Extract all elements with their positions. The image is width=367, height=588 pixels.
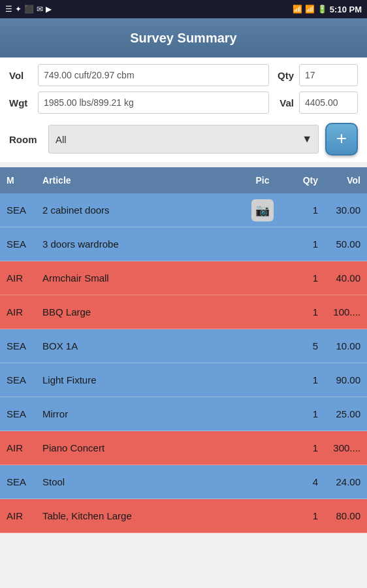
room-select-wrapper[interactable]: All Living Room Bedroom Kitchen Bathroom… xyxy=(48,125,319,154)
cell-qty: 1 xyxy=(285,306,318,318)
qty-input[interactable] xyxy=(299,64,358,86)
cell-type: SEA xyxy=(7,476,42,487)
cell-qty: 1 xyxy=(285,408,318,419)
play-icon: ▶ xyxy=(46,5,52,14)
cell-vol: 50.00 xyxy=(318,238,360,250)
email-icon: ✉ xyxy=(37,5,43,14)
cell-type: AIR xyxy=(7,272,42,284)
signal-icon: 📶 xyxy=(305,5,315,14)
menu-icon: ☰ xyxy=(5,5,12,14)
cell-article: Mirror xyxy=(42,408,240,419)
page-title: Survey Summary xyxy=(130,31,236,46)
cell-type: SEA xyxy=(7,374,42,385)
table-row[interactable]: AIRBBQ Large1100.... xyxy=(0,295,367,329)
cell-article: BOX 1A xyxy=(42,340,240,351)
wgt-row: Wgt Val xyxy=(9,91,358,114)
table-row[interactable]: AIRTable, Kitchen Large180.00 xyxy=(0,499,367,533)
cell-type: SEA xyxy=(7,340,42,351)
time-display: 5:10 PM xyxy=(330,5,362,14)
status-icons: ☰ ✦ ⬛ ✉ ▶ xyxy=(5,5,52,14)
cell-article: 3 doors wardrobe xyxy=(42,238,240,250)
image-icon: ⬛ xyxy=(24,5,34,14)
app-header: Survey Summary xyxy=(0,18,367,57)
cell-qty: 1 xyxy=(285,238,318,250)
cell-type: SEA xyxy=(7,204,42,216)
table-row[interactable]: AIRArmchair Small140.00 xyxy=(0,261,367,295)
vol-row: Vol Qty xyxy=(9,64,358,86)
table-row[interactable]: SEALight Fixture190.00 xyxy=(0,363,367,397)
table-row[interactable]: SEAMirror125.00 xyxy=(0,397,367,431)
room-label: Room xyxy=(9,134,42,145)
table-row[interactable]: SEA3 doors wardrobe150.00 xyxy=(0,227,367,261)
table-header: M Article Pic Qty Vol xyxy=(0,167,367,193)
wifi-icon: 📶 xyxy=(293,5,302,14)
cell-vol: 300.... xyxy=(318,442,360,453)
status-bar: ☰ ✦ ⬛ ✉ ▶ 📶 📶 🔋 5:10 PM xyxy=(0,0,367,18)
camera-icon: 📷 xyxy=(251,199,274,221)
cell-type: AIR xyxy=(7,510,42,521)
cell-type: SEA xyxy=(7,408,42,419)
cell-article: BBQ Large xyxy=(42,306,240,318)
cell-article: 2 cabinet doors xyxy=(42,204,240,216)
cell-vol: 100.... xyxy=(318,306,360,318)
header-qty: Qty xyxy=(285,175,318,186)
cell-vol: 90.00 xyxy=(318,374,360,385)
qty-label: Qty xyxy=(274,70,294,81)
cell-qty: 1 xyxy=(285,442,318,453)
summary-section: Vol Qty Wgt Val xyxy=(0,57,367,123)
cell-pic: 📷 xyxy=(240,199,285,221)
add-icon: + xyxy=(336,129,347,148)
table-row[interactable]: SEAStool424.00 xyxy=(0,465,367,499)
header-m: M xyxy=(7,175,42,186)
cell-qty: 1 xyxy=(285,374,318,385)
room-select[interactable]: All Living Room Bedroom Kitchen Bathroom… xyxy=(48,125,319,154)
battery-icon: 🔋 xyxy=(317,5,327,14)
cell-type: AIR xyxy=(7,306,42,318)
header-article: Article xyxy=(42,175,240,186)
val-input[interactable] xyxy=(299,91,358,114)
table-row[interactable]: AIRPiano Concert1300.... xyxy=(0,431,367,465)
status-right: 📶 📶 🔋 5:10 PM xyxy=(293,5,362,14)
table-body: SEA2 cabinet doors📷130.00SEA3 doors ward… xyxy=(0,193,367,533)
cell-type: SEA xyxy=(7,238,42,250)
cell-vol: 40.00 xyxy=(318,272,360,284)
cell-qty: 1 xyxy=(285,510,318,521)
vol-input[interactable] xyxy=(38,64,269,86)
cell-vol: 25.00 xyxy=(318,408,360,419)
add-item-button[interactable]: + xyxy=(325,123,358,155)
wgt-label: Wgt xyxy=(9,97,33,108)
vol-label: Vol xyxy=(9,70,33,81)
cell-qty: 1 xyxy=(285,272,318,284)
table-row[interactable]: SEABOX 1A510.00 xyxy=(0,329,367,363)
header-pic: Pic xyxy=(240,175,285,186)
cell-article: Armchair Small xyxy=(42,272,240,284)
cell-qty: 5 xyxy=(285,340,318,351)
cell-article: Table, Kitchen Large xyxy=(42,510,240,521)
cell-qty: 4 xyxy=(285,476,318,487)
cell-article: Light Fixture xyxy=(42,374,240,385)
val-label: Val xyxy=(274,97,294,108)
cell-vol: 10.00 xyxy=(318,340,360,351)
cell-type: AIR xyxy=(7,442,42,453)
dropbox-icon: ✦ xyxy=(15,5,22,14)
cell-article: Piano Concert xyxy=(42,442,240,453)
cell-vol: 24.00 xyxy=(318,476,360,487)
cell-article: Stool xyxy=(42,476,240,487)
room-row: Room All Living Room Bedroom Kitchen Bat… xyxy=(0,123,367,162)
wgt-input[interactable] xyxy=(38,91,269,114)
header-vol: Vol xyxy=(318,175,360,186)
cell-vol: 30.00 xyxy=(318,204,360,216)
cell-qty: 1 xyxy=(285,204,318,216)
table-row[interactable]: SEA2 cabinet doors📷130.00 xyxy=(0,193,367,227)
cell-vol: 80.00 xyxy=(318,510,360,521)
